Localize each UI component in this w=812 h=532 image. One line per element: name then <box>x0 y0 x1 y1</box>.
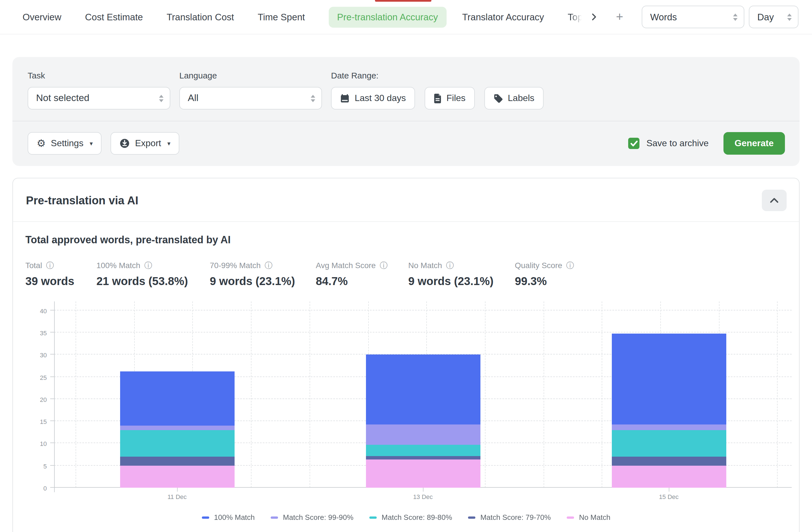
bar-segment-match-score-99-90-[interactable] <box>120 425 234 430</box>
bar-segment-match-score-79-70-[interactable] <box>611 457 726 465</box>
add-tab-button[interactable]: + <box>613 9 637 25</box>
files-button-label: Files <box>446 93 465 103</box>
y-tick-label: 10 <box>24 440 47 447</box>
y-tick-label: 5 <box>24 463 47 470</box>
chevron-right-icon <box>592 13 597 21</box>
y-tick-label: 40 <box>24 307 47 314</box>
labels-button-label: Labels <box>508 93 534 103</box>
vertical-gridline <box>309 302 310 488</box>
language-select[interactable]: All <box>179 87 322 110</box>
bar-segment-100-match[interactable] <box>366 355 480 424</box>
y-axis-tick <box>50 376 54 377</box>
info-icon[interactable]: ⓘ <box>566 261 574 269</box>
export-button-label: Export <box>135 138 161 149</box>
export-button[interactable]: Export ▾ <box>111 132 179 155</box>
files-button[interactable]: Files <box>424 87 475 110</box>
y-axis-line <box>54 302 55 492</box>
y-tick-label: 0 <box>24 485 47 492</box>
metric-select-value: Words <box>650 12 677 22</box>
bar-segment-match-score-79-70-[interactable] <box>120 457 234 465</box>
section-title: Total approved words, pre-translated by … <box>13 222 799 246</box>
x-axis-tick <box>177 488 178 492</box>
legend-item-no-match[interactable]: No Match <box>567 513 610 521</box>
x-tick-label: 15 Dec <box>646 493 691 500</box>
generate-button[interactable]: Generate <box>723 132 785 155</box>
bar-segment-no-match[interactable] <box>611 465 726 488</box>
bar-13-dec <box>366 355 480 488</box>
bar-segment-match-score-79-70-[interactable] <box>366 456 480 459</box>
stat-70-99-match: 70-99% Matchⓘ9 words (23.1%) <box>210 261 316 288</box>
legend-marker <box>468 516 475 518</box>
vertical-gridline <box>543 302 544 488</box>
tab-pre-translation-accuracy[interactable]: Pre-translation Accuracy <box>329 6 447 27</box>
period-select[interactable]: Day <box>749 6 798 28</box>
stat-no-match: No Matchⓘ9 words (23.1%) <box>408 261 515 288</box>
tab-time-spent[interactable]: Time Spent <box>258 12 305 22</box>
bar-15-dec <box>611 333 726 488</box>
tab-overflow-truncated[interactable]: Top <box>568 12 583 22</box>
bar-segment-match-score-89-80-[interactable] <box>120 430 234 457</box>
stat-label: Avg Match Score <box>316 261 376 270</box>
select-arrows-icon <box>733 13 738 21</box>
panel-divider <box>12 121 800 121</box>
info-icon[interactable]: ⓘ <box>46 261 54 269</box>
info-icon[interactable]: ⓘ <box>265 261 273 269</box>
y-axis-tick <box>50 421 54 421</box>
bar-segment-100-match[interactable] <box>611 333 726 425</box>
vertical-gridline <box>485 302 485 488</box>
stat-value: 9 words (23.1%) <box>210 275 316 288</box>
y-tick-label: 30 <box>24 352 47 359</box>
y-axis-tick <box>50 332 54 333</box>
legend-item-match-score-89-80-[interactable]: Match Score: 89-80% <box>369 513 452 521</box>
date-range-button[interactable]: Last 30 days <box>331 87 415 110</box>
tag-icon <box>493 94 503 103</box>
tab-cost-estimate[interactable]: Cost Estimate <box>85 12 143 22</box>
y-axis-tick <box>50 398 54 399</box>
select-arrows-icon <box>158 94 164 102</box>
legend-label: Match Score: 89-80% <box>382 513 452 521</box>
y-tick-label: 35 <box>24 330 47 336</box>
y-axis-tick <box>50 310 54 310</box>
bar-segment-match-score-89-80-[interactable] <box>611 430 726 457</box>
stat-label: 70-99% Match <box>210 261 261 270</box>
bar-segment-no-match[interactable] <box>120 465 234 488</box>
bar-segment-match-score-89-80-[interactable] <box>366 445 480 456</box>
bar-segment-match-score-99-90-[interactable] <box>366 424 480 445</box>
vertical-gridline <box>251 302 251 488</box>
task-select-value: Not selected <box>36 93 89 104</box>
stat-value: 84.7% <box>316 275 408 288</box>
vertical-gridline <box>602 302 603 488</box>
x-axis-tick <box>54 488 55 492</box>
bar-segment-no-match[interactable] <box>366 459 480 488</box>
stat-total: Totalⓘ39 words <box>25 261 97 288</box>
language-select-value: All <box>188 93 199 104</box>
save-to-archive-checkbox[interactable]: Save to archive <box>628 138 709 149</box>
legend-item-100-match[interactable]: 100% Match <box>202 513 255 521</box>
report-tabbar: OverviewCost EstimateTranslation CostTim… <box>0 0 812 34</box>
legend-item-match-score-79-70-[interactable]: Match Score: 79-70% <box>468 513 551 521</box>
chevron-up-icon <box>770 198 779 203</box>
plus-icon: + <box>616 11 623 23</box>
bar-segment-match-score-99-90-[interactable] <box>611 425 726 430</box>
legend-item-match-score-99-90-[interactable]: Match Score: 99-90% <box>271 513 353 521</box>
info-icon[interactable]: ⓘ <box>144 261 152 269</box>
tab-translation-cost[interactable]: Translation Cost <box>166 12 234 22</box>
metric-select[interactable]: Words <box>642 6 744 28</box>
vertical-gridline <box>75 302 76 488</box>
download-icon <box>120 138 130 149</box>
tabs-scroll-right-button[interactable] <box>589 11 600 23</box>
task-select[interactable]: Not selected <box>28 87 170 110</box>
bar-segment-100-match[interactable] <box>120 372 234 425</box>
tab-translator-accuracy[interactable]: Translator Accuracy <box>462 12 544 22</box>
legend-marker <box>271 516 278 518</box>
info-icon[interactable]: ⓘ <box>446 261 454 269</box>
stat-value: 9 words (23.1%) <box>408 275 515 288</box>
collapse-card-button[interactable] <box>762 190 787 211</box>
stat-label: 100% Match <box>97 261 141 270</box>
x-axis-tick <box>423 488 423 492</box>
info-icon[interactable]: ⓘ <box>380 261 388 269</box>
vertical-gridline <box>777 302 778 488</box>
labels-button[interactable]: Labels <box>484 87 543 110</box>
settings-button[interactable]: ⚙ Settings ▾ <box>28 132 102 155</box>
tab-overview[interactable]: Overview <box>23 12 61 22</box>
